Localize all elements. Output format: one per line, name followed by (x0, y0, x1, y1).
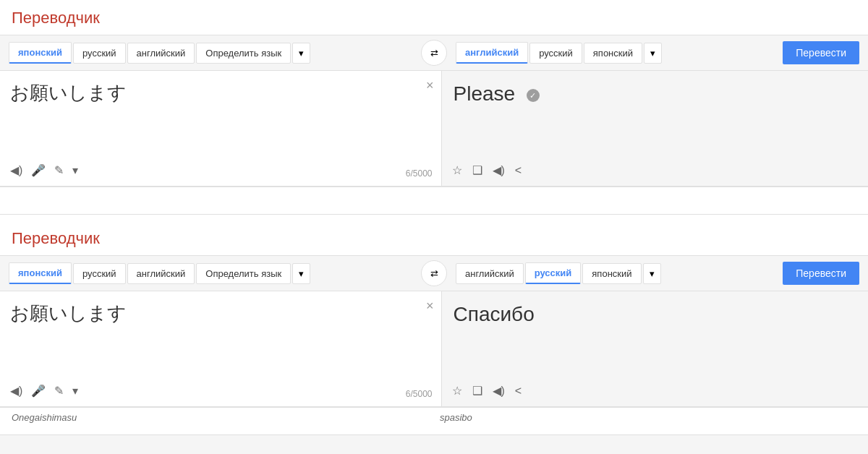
char-count-2: 6/5000 (406, 389, 433, 399)
output-translation-2: Спасибо (454, 303, 535, 325)
copy-output-2[interactable]: ❑ (471, 382, 484, 399)
input-actions-1: ◀) 🎤 ✎ ▾ (9, 162, 80, 179)
source-lang-russian-1[interactable]: русский (73, 43, 126, 64)
swap-icon-1: ⇄ (430, 48, 438, 59)
swap-icon-2: ⇄ (430, 268, 438, 279)
target-lang-russian-2[interactable]: русский (525, 262, 582, 284)
translit-right-1 (428, 192, 856, 202)
swap-languages-1[interactable]: ⇄ (421, 40, 447, 66)
source-lang-bar-1: японский русский английский Определить я… (9, 42, 412, 64)
mic-input-2[interactable]: 🎤 (30, 382, 47, 399)
output-translation-1: Please (454, 82, 516, 105)
sound-input-2[interactable]: ◀) (9, 382, 24, 399)
output-text-1: Please ✓ (454, 80, 859, 152)
output-actions-2: ☆ ❑ ◀) < (451, 382, 524, 399)
translit-left-2: Onegaishimasu (12, 412, 428, 423)
mic-input-1[interactable]: 🎤 (30, 162, 47, 179)
source-lang-detect-2[interactable]: Определить язык (196, 263, 291, 284)
input-text-2: お願いします (10, 300, 415, 372)
translit-bar-2: Onegaishimasu spasibo (0, 407, 868, 427)
share-output-2[interactable]: < (514, 383, 523, 399)
input-text-1: お願いします (10, 80, 415, 152)
output-actions-1: ☆ ❑ ◀) < (451, 162, 524, 179)
target-lang-japanese-1[interactable]: японский (584, 43, 642, 64)
output-text-2: Спасибо (454, 300, 859, 372)
target-lang-english-2[interactable]: английский (456, 263, 524, 284)
source-lang-english-2[interactable]: английский (127, 263, 195, 284)
star-output-2[interactable]: ☆ (451, 382, 464, 399)
translate-button-1[interactable]: Перевести (783, 41, 859, 64)
clear-button-2[interactable]: × (426, 299, 434, 314)
lang-bar-1: японский русский английский Определить я… (0, 35, 868, 71)
pencil-input-1[interactable]: ✎ (53, 162, 65, 179)
target-lang-english-1[interactable]: английский (456, 42, 528, 64)
lang-bar-2: японский русский английский Определить я… (0, 255, 868, 291)
target-lang-russian-1[interactable]: русский (529, 43, 582, 64)
verified-badge-1: ✓ (527, 89, 540, 102)
target-lang-japanese-2[interactable]: японский (582, 263, 641, 284)
chevron-input-2[interactable]: ▾ (71, 382, 80, 399)
chevron-input-1[interactable]: ▾ (71, 162, 80, 179)
pencil-input-2[interactable]: ✎ (53, 382, 65, 399)
translation-area-1: お願いします × ◀) 🎤 ✎ ▾ 6/5000 Please ✓ ☆ (0, 71, 868, 187)
copy-output-1[interactable]: ❑ (471, 162, 484, 179)
share-output-1[interactable]: < (514, 163, 523, 179)
translation-area-2: お願いします × ◀) 🎤 ✎ ▾ 6/5000 Спасибо ☆ ❑ (0, 291, 868, 407)
translator-title-1: Переводчик (0, 0, 868, 35)
translate-button-2[interactable]: Перевести (783, 262, 859, 285)
char-count-1: 6/5000 (406, 168, 433, 179)
source-lang-dropdown-2[interactable]: ▾ (292, 263, 310, 284)
output-panel-2: Спасибо ☆ ❑ ◀) < (442, 291, 869, 406)
target-lang-bar-1: английский русский японский ▾ Перевести (456, 41, 859, 64)
source-lang-dropdown-1[interactable]: ▾ (292, 43, 310, 64)
target-lang-dropdown-1[interactable]: ▾ (644, 43, 662, 64)
swap-languages-2[interactable]: ⇄ (421, 260, 447, 286)
target-lang-dropdown-2[interactable]: ▾ (643, 263, 661, 284)
sound-input-1[interactable]: ◀) (9, 162, 24, 179)
source-lang-bar-2: японский русский английский Определить я… (9, 262, 412, 284)
clear-button-1[interactable]: × (426, 78, 434, 93)
translit-right-2: spasibo (428, 412, 856, 423)
sound-output-1[interactable]: ◀) (491, 162, 506, 179)
source-lang-japanese-2[interactable]: японский (9, 262, 72, 284)
input-panel-2[interactable]: お願いします × ◀) 🎤 ✎ ▾ 6/5000 (0, 291, 442, 406)
output-panel-1: Please ✓ ☆ ❑ ◀) < (442, 71, 869, 186)
source-lang-detect-1[interactable]: Определить язык (196, 43, 291, 64)
input-actions-2: ◀) 🎤 ✎ ▾ (9, 382, 80, 399)
source-lang-english-1[interactable]: английский (127, 43, 195, 64)
target-lang-bar-2: английский русский японский ▾ Перевести (456, 262, 859, 285)
translator-title-2: Переводчик (0, 220, 868, 255)
source-lang-japanese-1[interactable]: японский (9, 42, 72, 64)
source-lang-russian-2[interactable]: русский (73, 263, 126, 284)
sound-output-2[interactable]: ◀) (491, 382, 506, 399)
translit-bar-1 (0, 187, 868, 207)
translit-left-1 (12, 192, 428, 202)
input-panel-1[interactable]: お願いします × ◀) 🎤 ✎ ▾ 6/5000 (0, 71, 442, 186)
star-output-1[interactable]: ☆ (451, 162, 464, 179)
